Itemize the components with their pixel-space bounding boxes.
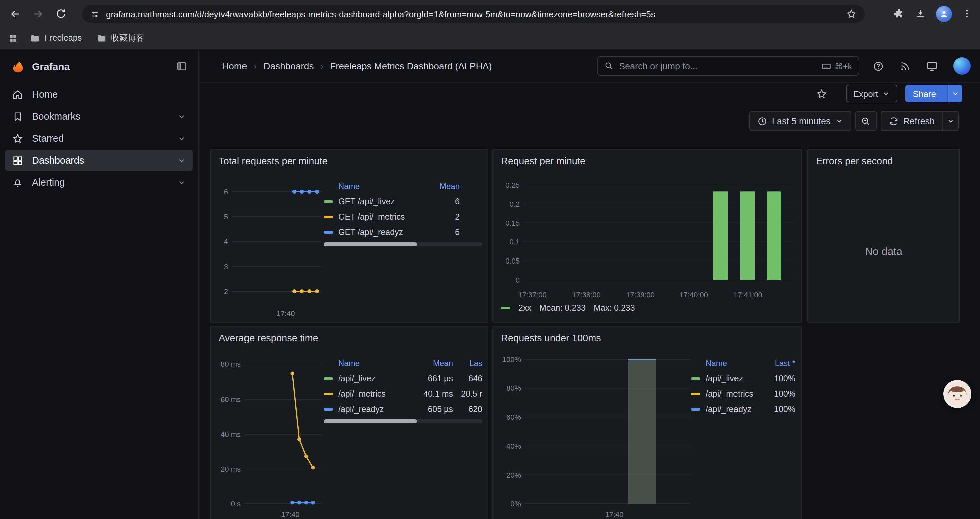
legend-scrollbar[interactable] [323, 420, 482, 423]
series-last: 20.5 r [453, 389, 482, 398]
svg-text:17:39:00: 17:39:00 [626, 291, 655, 299]
panel-title[interactable]: Total requests per minute [211, 150, 488, 166]
panel-title[interactable]: Average response time [211, 327, 488, 343]
series-name[interactable]: /api/_livez [706, 374, 763, 383]
refresh-button[interactable]: Refresh [881, 112, 942, 130]
share-button[interactable]: Share [905, 85, 962, 102]
user-avatar[interactable] [953, 57, 970, 75]
chevron-down-icon[interactable] [177, 134, 186, 143]
legend-row[interactable]: /api/_readyz 100% [691, 401, 795, 417]
breadcrumb-home[interactable]: Home [222, 61, 247, 72]
series-name[interactable]: GET /api/_readyz [338, 227, 420, 237]
series-name[interactable]: /api/_readyz [706, 404, 763, 414]
legend-header-name[interactable]: Name [338, 359, 414, 368]
panel-title[interactable]: Request per minute [493, 150, 801, 166]
legend-row[interactable]: /api/_livez 100% [691, 371, 795, 386]
legend-scrollbar[interactable] [323, 243, 482, 246]
svg-text:0.2: 0.2 [509, 200, 520, 208]
forward-icon[interactable] [28, 4, 48, 24]
share-dropdown-icon[interactable] [947, 85, 962, 102]
grafana-logo[interactable] [11, 59, 25, 73]
avg-response-time-chart[interactable]: 80 ms60 ms40 ms20 ms0 s17:40 [211, 353, 323, 519]
legend-header-mean[interactable]: Mean [414, 359, 453, 368]
sidebar-item-dashboards[interactable]: Dashboards [5, 150, 193, 171]
sidebar-item-starred[interactable]: Starred [5, 128, 193, 149]
sidebar-item-bookmarks[interactable]: Bookmarks [5, 105, 193, 127]
address-bar[interactable] [82, 5, 865, 23]
legend-row[interactable]: GET /api/_metrics 2 [323, 209, 460, 224]
series-name[interactable]: /api/_metrics [706, 389, 763, 398]
bookmark-star-icon[interactable] [846, 9, 857, 19]
series-last: 100% [763, 389, 795, 398]
series-name[interactable]: GET /api/_livez [338, 197, 420, 206]
svg-text:17:37:00: 17:37:00 [518, 291, 547, 299]
page-header: Home › Dashboards › Freeleaps Metrics Da… [199, 50, 980, 83]
search-box[interactable]: ⌘+k [597, 56, 859, 76]
sidebar: Grafana Home Bookmarks Starred D [0, 50, 199, 519]
site-settings-icon[interactable] [90, 9, 100, 19]
legend-header-name[interactable]: Name [706, 359, 763, 368]
breadcrumb-dashboards[interactable]: Dashboards [263, 61, 313, 72]
breadcrumb-current: Freeleaps Metrics Dashboard (ALPHA) [330, 61, 492, 72]
chevron-down-icon[interactable] [177, 156, 186, 164]
legend-row[interactable]: /api/_metrics 40.1 ms 20.5 r [323, 386, 482, 401]
home-icon [12, 88, 23, 100]
legend-header-name[interactable]: Name [338, 182, 420, 191]
legend-row[interactable]: GET /api/_readyz 6 [323, 224, 460, 240]
under-100ms-chart[interactable]: 100%80%60%40%20%0%17:40 [493, 353, 693, 519]
svg-text:60%: 60% [506, 413, 521, 422]
legend-header-last[interactable]: Las [453, 359, 482, 368]
url-input[interactable] [106, 9, 846, 19]
dock-menu-icon[interactable] [176, 61, 188, 72]
series-name[interactable]: GET /api/_metrics [338, 212, 420, 222]
help-icon[interactable] [873, 61, 884, 72]
svg-text:17:40: 17:40 [605, 510, 624, 519]
favorite-star-icon[interactable] [816, 88, 827, 99]
request-per-minute-chart[interactable]: 0.250.20.150.10.05017:37:0017:38:0017:39… [493, 176, 800, 303]
series-swatch [323, 231, 333, 233]
browser-menu-icon[interactable] [962, 9, 972, 19]
legend-row[interactable]: /api/_livez 661 µs 646 [323, 371, 482, 386]
svg-text:40 ms: 40 ms [221, 430, 241, 439]
panel-title[interactable]: Errors per second [808, 150, 959, 166]
search-icon [605, 61, 614, 71]
download-icon[interactable] [915, 8, 926, 19]
legend-row[interactable]: /api/_metrics 100% [691, 386, 795, 401]
news-icon[interactable] [899, 61, 911, 72]
svg-text:17:40: 17:40 [281, 510, 299, 519]
series-name[interactable]: /api/_livez [338, 374, 414, 383]
bookmark-item[interactable]: Freeleaps [25, 30, 87, 46]
legend-row[interactable]: GET /api/_livez 6 [323, 194, 460, 209]
scrollbar-thumb[interactable] [323, 420, 417, 423]
legend-header-mean[interactable]: Mean [420, 182, 460, 191]
legend-header-last[interactable]: Last * [763, 359, 795, 368]
chevron-down-icon[interactable] [177, 112, 186, 121]
scrollbar-thumb[interactable] [323, 243, 417, 246]
panel-total-requests: Total requests per minute 6543217:40 Nam… [210, 149, 488, 323]
reload-icon[interactable] [51, 4, 71, 24]
assistant-avatar-widget[interactable] [943, 380, 971, 408]
series-name[interactable]: 2xx [519, 303, 531, 313]
chevron-down-icon[interactable] [177, 178, 186, 187]
bookmark-label: 收藏博客 [111, 32, 145, 44]
legend-row[interactable]: /api/_readyz 605 µs 620 [323, 401, 482, 417]
back-icon[interactable] [5, 4, 25, 24]
panel-title[interactable]: Requests under 100ms [493, 327, 801, 343]
refresh-interval-dropdown[interactable] [942, 112, 958, 130]
sidebar-item-alerting[interactable]: Alerting [5, 172, 193, 193]
total-requests-chart[interactable]: 6543217:40 [211, 176, 323, 320]
sidebar-item-home[interactable]: Home [5, 83, 193, 105]
time-range-picker[interactable]: Last 5 minutes [749, 111, 851, 131]
export-button[interactable]: Export [846, 85, 897, 102]
apps-grid-icon[interactable] [8, 33, 18, 43]
extensions-icon[interactable] [893, 8, 905, 19]
legend[interactable]: 2xx Mean: 0.233 Max: 0.233 [501, 303, 635, 313]
zoom-out-button[interactable] [855, 111, 876, 131]
profile-avatar[interactable] [936, 6, 952, 22]
bookmark-item[interactable]: 收藏博客 [91, 30, 150, 46]
svg-text:0%: 0% [510, 500, 521, 508]
monitor-icon[interactable] [926, 60, 938, 72]
series-name[interactable]: /api/_readyz [338, 404, 414, 414]
series-name[interactable]: /api/_metrics [338, 389, 414, 398]
search-input[interactable] [619, 61, 821, 71]
